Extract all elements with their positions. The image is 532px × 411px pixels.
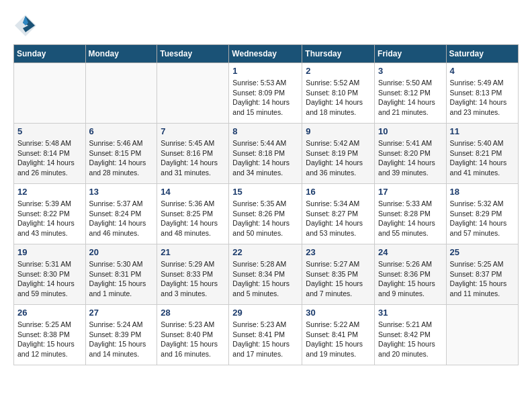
day-number: 20: [89, 247, 154, 257]
calendar-day-cell: 5Sunrise: 5:48 AM Sunset: 8:14 PM Daylig…: [14, 124, 86, 184]
day-info: Sunrise: 5:34 AM Sunset: 8:27 PM Dayligh…: [306, 199, 371, 238]
day-number: 10: [378, 126, 443, 136]
day-number: 3: [378, 66, 443, 76]
day-number: 29: [232, 308, 298, 318]
day-info: Sunrise: 5:41 AM Sunset: 8:20 PM Dayligh…: [378, 138, 443, 178]
day-info: Sunrise: 5:48 AM Sunset: 8:14 PM Dayligh…: [17, 138, 82, 178]
calendar-week-row: 1Sunrise: 5:53 AM Sunset: 8:09 PM Daylig…: [14, 63, 519, 124]
day-number: 31: [378, 308, 443, 318]
day-info: Sunrise: 5:44 AM Sunset: 8:18 PM Dayligh…: [232, 138, 298, 178]
calendar-week-row: 19Sunrise: 5:31 AM Sunset: 8:30 PM Dayli…: [14, 244, 519, 305]
weekday-header: Friday: [375, 45, 447, 63]
logo: [13, 13, 40, 38]
calendar-day-cell: 26Sunrise: 5:25 AM Sunset: 8:38 PM Dayli…: [14, 305, 86, 365]
weekday-row: SundayMondayTuesdayWednesdayThursdayFrid…: [14, 45, 519, 63]
calendar-day-cell: 6Sunrise: 5:46 AM Sunset: 8:15 PM Daylig…: [85, 124, 157, 184]
calendar-day-cell: 20Sunrise: 5:30 AM Sunset: 8:31 PM Dayli…: [85, 244, 157, 305]
day-number: 19: [17, 247, 82, 257]
day-number: 7: [161, 126, 225, 136]
weekday-header: Tuesday: [157, 45, 229, 63]
day-info: Sunrise: 5:25 AM Sunset: 8:38 PM Dayligh…: [17, 320, 82, 359]
day-number: 11: [450, 126, 515, 136]
day-info: Sunrise: 5:23 AM Sunset: 8:40 PM Dayligh…: [161, 320, 225, 359]
calendar-day-cell: 19Sunrise: 5:31 AM Sunset: 8:30 PM Dayli…: [14, 244, 86, 305]
weekday-header: Monday: [85, 45, 157, 63]
calendar-day-cell: 2Sunrise: 5:52 AM Sunset: 8:10 PM Daylig…: [302, 63, 375, 124]
day-info: Sunrise: 5:32 AM Sunset: 8:29 PM Dayligh…: [450, 199, 515, 238]
day-number: 27: [89, 308, 154, 318]
day-info: Sunrise: 5:40 AM Sunset: 8:21 PM Dayligh…: [450, 138, 515, 178]
calendar-day-cell: 4Sunrise: 5:49 AM Sunset: 8:13 PM Daylig…: [446, 63, 518, 124]
day-info: Sunrise: 5:31 AM Sunset: 8:30 PM Dayligh…: [17, 259, 82, 299]
day-number: 12: [17, 187, 82, 197]
weekday-header: Saturday: [446, 45, 518, 63]
day-number: 30: [306, 308, 371, 318]
calendar-day-cell: 14Sunrise: 5:36 AM Sunset: 8:25 PM Dayli…: [157, 184, 229, 244]
calendar-day-cell: [446, 305, 518, 365]
day-info: Sunrise: 5:22 AM Sunset: 8:41 PM Dayligh…: [306, 320, 371, 359]
day-number: 5: [17, 126, 82, 136]
day-info: Sunrise: 5:23 AM Sunset: 8:41 PM Dayligh…: [232, 320, 298, 359]
calendar-day-cell: 13Sunrise: 5:37 AM Sunset: 8:24 PM Dayli…: [85, 184, 157, 244]
day-info: Sunrise: 5:33 AM Sunset: 8:28 PM Dayligh…: [378, 199, 443, 238]
calendar-day-cell: 27Sunrise: 5:24 AM Sunset: 8:39 PM Dayli…: [85, 305, 157, 365]
day-info: Sunrise: 5:27 AM Sunset: 8:35 PM Dayligh…: [306, 259, 371, 299]
day-number: 8: [232, 126, 298, 136]
day-info: Sunrise: 5:42 AM Sunset: 8:19 PM Dayligh…: [306, 138, 371, 178]
calendar-day-cell: 11Sunrise: 5:40 AM Sunset: 8:21 PM Dayli…: [446, 124, 518, 184]
day-info: Sunrise: 5:36 AM Sunset: 8:25 PM Dayligh…: [161, 199, 225, 238]
calendar-day-cell: 17Sunrise: 5:33 AM Sunset: 8:28 PM Dayli…: [375, 184, 447, 244]
calendar-week-row: 26Sunrise: 5:25 AM Sunset: 8:38 PM Dayli…: [14, 305, 519, 365]
calendar-day-cell: 12Sunrise: 5:39 AM Sunset: 8:22 PM Dayli…: [14, 184, 86, 244]
day-number: 28: [161, 308, 225, 318]
day-number: 13: [89, 187, 154, 197]
day-number: 18: [450, 187, 515, 197]
day-number: 22: [232, 247, 298, 257]
day-info: Sunrise: 5:45 AM Sunset: 8:16 PM Dayligh…: [161, 138, 225, 178]
calendar-day-cell: 18Sunrise: 5:32 AM Sunset: 8:29 PM Dayli…: [446, 184, 518, 244]
calendar-day-cell: 22Sunrise: 5:28 AM Sunset: 8:34 PM Dayli…: [229, 244, 302, 305]
calendar-day-cell: [14, 63, 86, 124]
day-info: Sunrise: 5:26 AM Sunset: 8:36 PM Dayligh…: [378, 259, 443, 299]
calendar-day-cell: [157, 63, 229, 124]
calendar-week-row: 12Sunrise: 5:39 AM Sunset: 8:22 PM Dayli…: [14, 184, 519, 244]
calendar-day-cell: 24Sunrise: 5:26 AM Sunset: 8:36 PM Dayli…: [375, 244, 447, 305]
day-number: 4: [450, 66, 515, 76]
day-info: Sunrise: 5:29 AM Sunset: 8:33 PM Dayligh…: [161, 259, 225, 299]
calendar-day-cell: 10Sunrise: 5:41 AM Sunset: 8:20 PM Dayli…: [375, 124, 447, 184]
day-info: Sunrise: 5:28 AM Sunset: 8:34 PM Dayligh…: [232, 259, 298, 299]
day-number: 1: [232, 66, 298, 76]
day-number: 25: [450, 247, 515, 257]
day-info: Sunrise: 5:35 AM Sunset: 8:26 PM Dayligh…: [232, 199, 298, 238]
day-info: Sunrise: 5:39 AM Sunset: 8:22 PM Dayligh…: [17, 199, 82, 238]
day-info: Sunrise: 5:50 AM Sunset: 8:12 PM Dayligh…: [378, 78, 443, 118]
day-number: 21: [161, 247, 225, 257]
calendar-day-cell: 21Sunrise: 5:29 AM Sunset: 8:33 PM Dayli…: [157, 244, 229, 305]
calendar-day-cell: 1Sunrise: 5:53 AM Sunset: 8:09 PM Daylig…: [229, 63, 302, 124]
weekday-header: Sunday: [14, 45, 86, 63]
calendar-day-cell: 15Sunrise: 5:35 AM Sunset: 8:26 PM Dayli…: [229, 184, 302, 244]
day-number: 9: [306, 126, 371, 136]
calendar-day-cell: 9Sunrise: 5:42 AM Sunset: 8:19 PM Daylig…: [302, 124, 375, 184]
page-header: [13, 13, 519, 38]
calendar-week-row: 5Sunrise: 5:48 AM Sunset: 8:14 PM Daylig…: [14, 124, 519, 184]
calendar-table: SundayMondayTuesdayWednesdayThursdayFrid…: [13, 44, 519, 365]
day-info: Sunrise: 5:52 AM Sunset: 8:10 PM Dayligh…: [306, 78, 371, 118]
day-number: 24: [378, 247, 443, 257]
calendar-day-cell: 7Sunrise: 5:45 AM Sunset: 8:16 PM Daylig…: [157, 124, 229, 184]
day-info: Sunrise: 5:49 AM Sunset: 8:13 PM Dayligh…: [450, 78, 515, 118]
calendar-day-cell: 31Sunrise: 5:21 AM Sunset: 8:42 PM Dayli…: [375, 305, 447, 365]
calendar-header: SundayMondayTuesdayWednesdayThursdayFrid…: [14, 45, 519, 63]
day-number: 16: [306, 187, 371, 197]
calendar-day-cell: 29Sunrise: 5:23 AM Sunset: 8:41 PM Dayli…: [229, 305, 302, 365]
day-number: 14: [161, 187, 225, 197]
logo-icon: [13, 13, 38, 38]
day-number: 23: [306, 247, 371, 257]
day-info: Sunrise: 5:21 AM Sunset: 8:42 PM Dayligh…: [378, 320, 443, 359]
calendar-day-cell: 30Sunrise: 5:22 AM Sunset: 8:41 PM Dayli…: [302, 305, 375, 365]
day-number: 15: [232, 187, 298, 197]
calendar-day-cell: [85, 63, 157, 124]
calendar-day-cell: 16Sunrise: 5:34 AM Sunset: 8:27 PM Dayli…: [302, 184, 375, 244]
calendar-body: 1Sunrise: 5:53 AM Sunset: 8:09 PM Daylig…: [14, 63, 519, 365]
calendar-day-cell: 25Sunrise: 5:25 AM Sunset: 8:37 PM Dayli…: [446, 244, 518, 305]
